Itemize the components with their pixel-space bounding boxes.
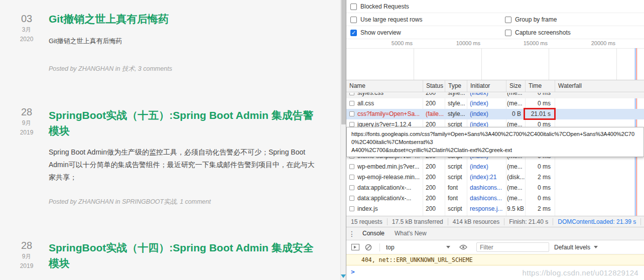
post-meta[interactable]: Posted by ZHANGHAN in 技术, 3 comments [49,65,172,73]
post-title-link[interactable]: Git撤销之世上真有后悔药 [49,11,322,27]
capture-screenshots-checkbox[interactable] [505,30,511,36]
request-time: 0 ms [525,183,555,193]
summary-item: 15 requests [346,218,388,225]
log-levels-dropdown[interactable]: Default levels [554,244,598,251]
request-checkbox[interactable] [349,101,354,106]
request-checkbox[interactable] [349,175,354,180]
scrollbar-thumb[interactable] [341,0,346,124]
request-checkbox[interactable] [349,196,354,201]
request-initiator-link[interactable]: response.j... [467,204,506,214]
large-rows-checkbox[interactable] [350,17,357,23]
context-selector[interactable]: top [383,244,453,251]
console-warning-message: 404, net::ERR_UNKNOWN_URL_SCHEME [346,254,644,265]
large-rows-option[interactable]: Use large request rows [350,13,422,26]
group-by-frame-checkbox[interactable] [505,17,511,23]
network-overview[interactable]: 5000 ms 10000 ms 15000 ms 20000 ms [346,39,644,80]
csdn-watermark: https://blog.csdn.net/u012829124 [523,268,638,277]
tab-whats-new[interactable]: What's New [390,227,432,240]
network-options-row: Use large request rows Group by frame [346,13,644,26]
network-options-row: Blocked Requests [346,0,644,13]
request-time: 0 ms [525,98,555,109]
request-initiator-link[interactable]: (index):21 [467,172,506,183]
request-size: (me... [506,183,525,193]
request-name: styles.css [357,93,383,98]
column-header-time[interactable]: Time [526,80,555,92]
show-overview-checkbox[interactable] [350,30,357,36]
request-name: data:application/x-... [357,183,411,193]
request-type: style... [445,93,467,98]
post-date: 03 3月 2020 [13,13,40,43]
request-status: 200 [423,98,445,109]
column-header-name[interactable]: Name [346,80,423,92]
post-day: 28 [13,240,40,251]
post-date: 28 9月 2019 [13,240,40,269]
request-initiator-link[interactable]: dashicons... [467,183,506,193]
network-row[interactable]: styles.css200style...(index)(me...0 ms [346,93,644,98]
request-size: (disk... [506,172,525,183]
request-checkbox[interactable] [349,185,354,190]
blocked-requests-option[interactable]: Blocked Requests [350,0,409,13]
network-row[interactable]: all.css200style...(index)(me...0 ms [346,98,644,109]
network-row[interactable]: data:application/x-...200fontdashicons..… [346,193,644,204]
timeline-gridline [414,48,414,80]
post-meta[interactable]: Posted by ZHANGHAN in SPRINGBOOT实战, 1 co… [49,198,211,206]
post-month: 3月 [13,26,40,34]
request-size: (me... [506,193,525,204]
network-row[interactable]: wp-emoji-release.min...200script(index):… [346,172,644,183]
column-header-type[interactable]: Type [445,80,467,92]
network-row[interactable]: css?family=Open+Sa...(faile...style...(i… [346,109,644,119]
blog-scrollbar[interactable] [340,0,346,280]
post-title-link[interactable]: SpringBoot实战（十四）:Spring Boot Admin 集成安全模… [49,240,322,271]
column-header-waterfall[interactable]: Waterfall [555,80,644,92]
request-time: 0 ms [525,193,555,204]
request-initiator-link[interactable]: (index) [467,98,506,109]
request-checkbox[interactable] [349,93,354,95]
group-by-frame-option[interactable]: Group by frame [505,13,557,26]
request-size: (me... [506,93,525,98]
request-name: wp-embed.min.js?ver... [357,162,419,172]
toolbar-divider [379,243,380,251]
capture-screenshots-label: Capture screenshots [515,29,571,36]
request-status: 200 [423,172,445,183]
blocked-requests-checkbox[interactable] [350,4,357,10]
live-expression-eye-icon[interactable] [458,243,468,251]
request-initiator-link[interactable]: (index) [467,93,506,98]
tab-console[interactable]: Console [357,227,390,240]
request-checkbox[interactable] [349,164,354,169]
network-row[interactable]: wp-embed.min.js?ver...200script(index)(m… [346,162,644,172]
blog-pane: 03 3月 2020 Git撤销之世上真有后悔药 Git撤销之世上真有后悔药 P… [0,0,340,280]
request-initiator-link[interactable]: (index) [467,109,506,119]
request-name: css?family=Open+Sa... [357,109,420,119]
timeline-tick: 5000 ms [381,40,413,46]
post-title-link[interactable]: SpringBoot实战（十五）:Spring Boot Admin 集成告警模… [49,107,322,138]
post-month: 9月 [13,119,40,127]
request-type: style... [445,109,467,119]
clear-console-icon[interactable] [363,243,373,251]
request-status: 200 [423,183,445,193]
network-row[interactable]: data:application/x-...200fontdashicons..… [346,183,644,193]
request-initiator-link[interactable]: (index) [467,162,506,172]
group-by-frame-label: Group by frame [515,16,557,23]
column-header-status[interactable]: Status [423,80,445,92]
show-overview-option[interactable]: Show overview [350,26,401,39]
column-header-initiator[interactable]: Initiator [467,80,506,92]
timeline-gridline [481,48,482,80]
scroll-down-arrow-icon[interactable] [341,274,346,278]
kebab-menu-icon[interactable]: ⋮ [346,230,357,238]
capture-screenshots-option[interactable]: Capture screenshots [505,26,571,39]
request-checkbox[interactable] [349,111,354,116]
devtools-network-panel: Blocked Requests Use large request rows … [346,0,644,280]
console-sidebar-icon[interactable] [350,243,360,251]
column-header-size[interactable]: Size [506,80,526,92]
request-initiator-link[interactable]: dashicons... [467,193,506,204]
chevron-down-icon [446,246,450,248]
request-checkbox[interactable] [349,122,354,127]
request-size: (me... [506,162,525,172]
tooltip-url-line2: A400%2C700&subset=cyrillic%2Clatin%2Clat… [351,146,639,154]
summary-item: Lo [641,218,644,225]
request-type: style... [445,98,467,109]
network-row[interactable]: index.js200scriptresponse.j...9.5 kB2 ms [346,204,644,214]
request-checkbox[interactable] [349,206,354,211]
console-filter-input[interactable] [476,242,549,252]
post-year: 2019 [13,262,40,269]
